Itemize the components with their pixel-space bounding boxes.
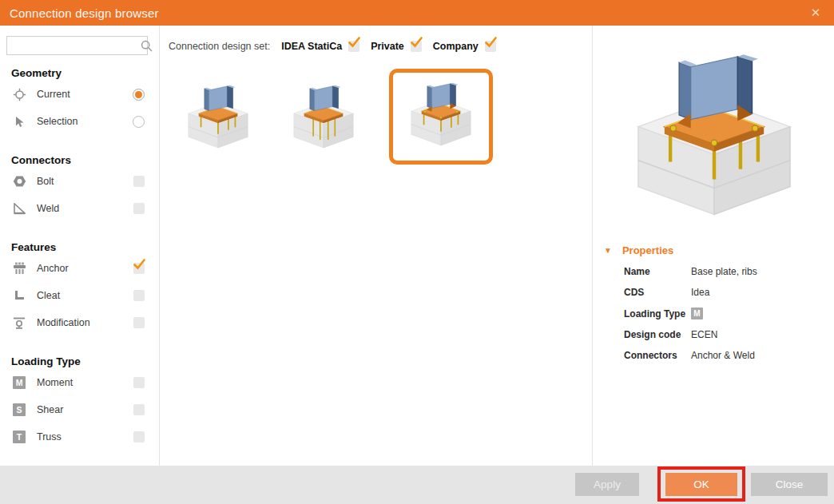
truss-badge-icon: T [11,431,27,443]
property-row-cds: CDS Idea [624,287,834,298]
search-box[interactable] [6,36,148,55]
sidebar-item-anchor[interactable]: Anchor [0,255,159,282]
property-row-loading-type: Loading Type M [624,308,834,319]
dialog-title: Connection design browser [10,6,159,20]
search-input[interactable] [7,37,141,54]
property-row-connectors: Connectors Anchor & Weld [624,350,834,361]
selection-radio[interactable] [133,116,145,128]
sidebar-item-label: Current [37,89,133,100]
truss-checkbox[interactable] [133,431,145,442]
sidebar-item-shear[interactable]: S Shear [0,396,159,423]
sidebar-item-weld[interactable]: Weld [0,195,159,222]
sidebar-item-current[interactable]: Current [0,81,159,108]
cleat-checkbox[interactable] [133,290,145,301]
weld-icon [11,203,27,215]
sidebar-item-label: Bolt [37,176,133,187]
sidebar-item-truss[interactable]: T Truss [0,423,159,450]
apply-button[interactable]: Apply [575,473,639,496]
sidebar-item-label: Weld [37,203,133,214]
ok-button[interactable]: OK [665,473,737,496]
modification-checkbox[interactable] [133,317,145,328]
footer-bar: Apply OK Close [0,466,834,504]
cleat-icon [11,290,27,301]
design-set-name-private: Private [371,41,404,52]
connection-gallery [178,77,592,165]
filter-sidebar: Geometry Current Sel [0,26,160,466]
section-title-loading-type: Loading Type [11,355,159,367]
modification-icon [11,317,27,329]
idea-statica-checkbox[interactable] [348,41,359,52]
section-title-features: Features [11,241,159,253]
moment-checkbox[interactable] [133,377,145,388]
sidebar-item-selection[interactable]: Selection [0,108,159,135]
design-set-name-idea-statica: IDEA StatiCa [281,41,342,52]
loading-type-m-badge: M [691,308,703,319]
sidebar-item-label: Shear [37,404,133,415]
bolt-checkbox[interactable] [133,176,145,187]
property-row-name: Name Base plate, ribs [624,266,834,277]
target-icon [11,88,27,101]
current-radio[interactable] [133,89,145,101]
detail-panel: ▼ Properties Name Base plate, ribs CDS I… [594,26,834,466]
sidebar-item-label: Modification [37,317,133,328]
connection-design-browser-dialog: Connection design browser ✕ Geometry [0,0,834,504]
close-icon[interactable]: ✕ [797,0,834,26]
sidebar-item-label: Truss [37,431,133,442]
company-checkbox[interactable] [485,41,496,52]
shear-badge-icon: S [11,403,27,416]
private-checkbox[interactable] [411,41,422,52]
connection-thumbnail-3[interactable] [401,75,481,155]
properties-header[interactable]: ▼ Properties [604,244,834,256]
sidebar-item-label: Anchor [37,263,133,274]
sidebar-item-label: Selection [37,116,133,127]
sidebar-item-label: Cleat [37,290,133,301]
anchor-checkbox[interactable] [133,263,145,274]
sidebar-item-modification[interactable]: Modification [0,309,159,336]
design-set-bar: Connection design set: IDEA StatiCa Priv… [169,38,592,55]
shear-checkbox[interactable] [133,404,145,415]
connection-thumbnail-1[interactable] [178,77,258,157]
collapse-triangle-icon[interactable]: ▼ [604,246,612,255]
gallery-panel: Connection design set: IDEA StatiCa Priv… [161,26,593,466]
section-title-connectors: Connectors [11,154,159,166]
property-row-design-code: Design code ECEN [624,329,834,340]
properties-title: Properties [622,244,673,256]
connection-preview-3d [612,45,816,220]
sidebar-item-label: Moment [37,377,133,388]
design-set-label: Connection design set: [169,41,270,52]
nut-icon [11,175,27,188]
design-set-name-company: Company [433,41,479,52]
section-title-geometry: Geometry [11,67,159,79]
weld-checkbox[interactable] [133,203,145,214]
cursor-icon [11,116,27,128]
title-bar: Connection design browser ✕ [0,0,834,26]
search-icon [141,40,153,52]
connection-thumbnail-2[interactable] [284,77,363,157]
close-button[interactable]: Close [751,473,828,496]
sidebar-item-bolt[interactable]: Bolt [0,168,159,195]
sidebar-item-moment[interactable]: M Moment [0,369,159,396]
connection-thumbnail-3-selected[interactable] [389,69,493,165]
anchor-plate-icon [11,262,27,275]
moment-badge-icon: M [11,376,27,389]
sidebar-item-cleat[interactable]: Cleat [0,282,159,309]
